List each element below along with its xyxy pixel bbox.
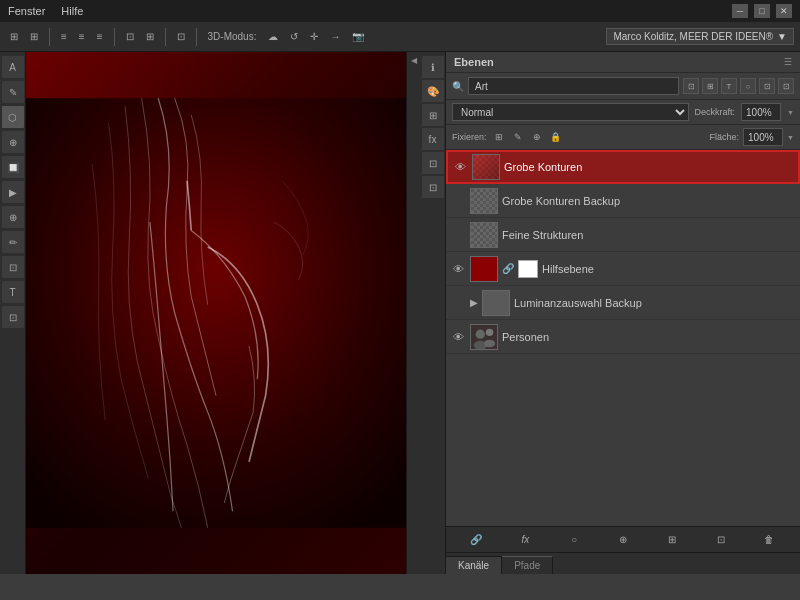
- filter-icon-2[interactable]: ⊞: [702, 78, 718, 94]
- blend-mode-bar: Normal Deckkraft: 100% ▼: [446, 100, 800, 125]
- svg-point-4: [486, 328, 493, 335]
- tool-1[interactable]: ⊞: [6, 29, 22, 44]
- canvas-area[interactable]: [26, 52, 406, 574]
- fx-button[interactable]: fx: [516, 531, 534, 549]
- opacity-value[interactable]: 100%: [741, 103, 781, 121]
- rtool-grid[interactable]: ⊞: [422, 104, 444, 126]
- search-input[interactable]: [468, 77, 679, 95]
- delete-layer-button[interactable]: 🗑: [760, 531, 778, 549]
- sep-4: [196, 28, 197, 46]
- layer-item-grobe-konturen-backup[interactable]: Grobe Konturen Backup: [446, 184, 800, 218]
- layer-item-feine-strukturen[interactable]: Feine Strukturen: [446, 218, 800, 252]
- filter-icon-3[interactable]: T: [721, 78, 737, 94]
- tool-pen[interactable]: ✏: [2, 231, 24, 253]
- area-dropdown-arrow[interactable]: ▼: [787, 134, 794, 141]
- panel-menu-button[interactable]: ☰: [784, 57, 792, 67]
- close-button[interactable]: ✕: [776, 4, 792, 18]
- menu-bar: Fenster Hilfe: [8, 5, 83, 17]
- threed-icon-4[interactable]: →: [326, 29, 344, 44]
- profile-selector[interactable]: Marco Kolditz, MEER DER IDEEN® ▼: [606, 28, 794, 45]
- tool-brush[interactable]: ✎: [2, 81, 24, 103]
- layer-visibility-4[interactable]: 👁: [450, 261, 466, 277]
- tool-8[interactable]: ⊡: [173, 29, 189, 44]
- link-button[interactable]: 🔗: [467, 531, 485, 549]
- opacity-dropdown-arrow[interactable]: ▼: [787, 109, 794, 116]
- right-panel: ℹ 🎨 ⊞ fx ⊡ ⊡ Ebenen ☰ 🔍 ⊡ ⊞ T ○: [420, 52, 800, 574]
- collapse-arrow-icon[interactable]: ◀: [411, 56, 417, 65]
- blend-mode-select[interactable]: Normal: [452, 103, 689, 121]
- sep-2: [114, 28, 115, 46]
- minimize-button[interactable]: ─: [732, 4, 748, 18]
- area-value[interactable]: 100%: [743, 128, 783, 146]
- maximize-button[interactable]: □: [754, 4, 770, 18]
- tool-5[interactable]: ≡: [93, 29, 107, 44]
- layers-panel-title: Ebenen: [454, 56, 494, 68]
- sep-1: [49, 28, 50, 46]
- threed-icon-3[interactable]: ✛: [306, 29, 322, 44]
- layer-thumb-4: [470, 256, 498, 282]
- filter-icon-4[interactable]: ○: [740, 78, 756, 94]
- layer-thumb-6: [470, 324, 498, 350]
- tool-4[interactable]: ≡: [75, 29, 89, 44]
- menu-fenster[interactable]: Fenster: [8, 5, 45, 17]
- rtool-palette[interactable]: 🎨: [422, 80, 444, 102]
- tool-crop[interactable]: ⊕: [2, 131, 24, 153]
- panel-tabs: Kanäle Pfade: [446, 552, 800, 574]
- layer-chain-icon-4: 🔗: [502, 263, 514, 274]
- layer-visibility-3[interactable]: [450, 227, 466, 243]
- layer-list: 👁 Grobe Konturen Grobe Konturen Backup: [446, 150, 800, 526]
- layer-item-luminanz-backup[interactable]: ▶ Luminanzauswahl Backup: [446, 286, 800, 320]
- tool-2[interactable]: ⊞: [26, 29, 42, 44]
- tool-move[interactable]: A: [2, 56, 24, 78]
- tool-3[interactable]: ≡: [57, 29, 71, 44]
- profile-dropdown-arrow: ▼: [777, 31, 787, 42]
- fix-icon-1[interactable]: ⊞: [491, 129, 507, 145]
- filter-icon-5[interactable]: ⊡: [759, 78, 775, 94]
- filter-icon-6[interactable]: ⊡: [778, 78, 794, 94]
- tab-pfade[interactable]: Pfade: [502, 556, 553, 574]
- layer-visibility-2[interactable]: [450, 193, 466, 209]
- tool-text[interactable]: T: [2, 281, 24, 303]
- svg-point-2: [476, 329, 485, 338]
- adjustment-button[interactable]: ⊕: [614, 531, 632, 549]
- menu-hilfe[interactable]: Hilfe: [61, 5, 83, 17]
- folder-expand-icon[interactable]: ▶: [470, 297, 478, 308]
- threed-icon-5[interactable]: 📷: [348, 29, 368, 44]
- canvas-image: [26, 52, 406, 574]
- rtool-move[interactable]: ⊡: [422, 152, 444, 174]
- tool-7[interactable]: ⊞: [142, 29, 158, 44]
- tool-rect[interactable]: 🔲: [2, 156, 24, 178]
- new-layer-button[interactable]: ⊡: [712, 531, 730, 549]
- side-collapse-strip[interactable]: ◀: [406, 52, 420, 574]
- rtool-info[interactable]: ℹ: [422, 56, 444, 78]
- tool-shape[interactable]: ⊡: [2, 256, 24, 278]
- layers-bottom-toolbar: 🔗 fx ○ ⊕ ⊞ ⊡ 🗑: [446, 526, 800, 552]
- threed-icon-1[interactable]: ☁: [264, 29, 282, 44]
- filter-icon-1[interactable]: ⊡: [683, 78, 699, 94]
- threed-label: 3D-Modus:: [204, 29, 261, 44]
- layer-visibility-5[interactable]: [450, 295, 466, 311]
- fix-icon-3[interactable]: ⊕: [529, 129, 545, 145]
- rtool-fx[interactable]: fx: [422, 128, 444, 150]
- layer-item-hilfsebene[interactable]: 👁 🔗 Hilfsebene: [446, 252, 800, 286]
- layer-name-3: Feine Strukturen: [502, 229, 796, 241]
- threed-icon-2[interactable]: ↺: [286, 29, 302, 44]
- fix-icon-2[interactable]: ✎: [510, 129, 526, 145]
- tool-6[interactable]: ⊡: [122, 29, 138, 44]
- mask-button[interactable]: ○: [565, 531, 583, 549]
- tool-zoom[interactable]: ⊕: [2, 206, 24, 228]
- layer-item-grobe-konturen[interactable]: 👁 Grobe Konturen: [446, 150, 800, 184]
- group-button[interactable]: ⊞: [663, 531, 681, 549]
- fix-icon-4[interactable]: 🔒: [548, 129, 564, 145]
- rtool-brush[interactable]: ⊡: [422, 176, 444, 198]
- tool-play[interactable]: ▶: [2, 181, 24, 203]
- layer-thumb-1: [472, 154, 500, 180]
- tool-extra[interactable]: ⊡: [2, 306, 24, 328]
- main-layout: A ✎ ⬡ ⊕ 🔲 ▶ ⊕ ✏ ⊡ T ⊡: [0, 52, 800, 574]
- layer-name-6: Personen: [502, 331, 796, 343]
- layer-visibility-1[interactable]: 👁: [452, 159, 468, 175]
- tab-kanaele[interactable]: Kanäle: [446, 556, 502, 574]
- layer-item-personen[interactable]: 👁 Personen: [446, 320, 800, 354]
- layer-visibility-6[interactable]: 👁: [450, 329, 466, 345]
- tool-select[interactable]: ⬡: [2, 106, 24, 128]
